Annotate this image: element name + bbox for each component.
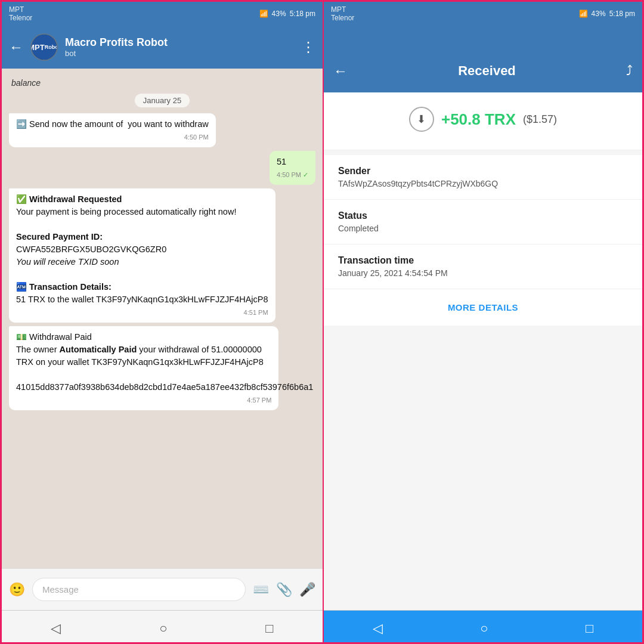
received-section: ⬇ +50.8 TRX ($1.57) <box>324 92 642 150</box>
message-time: 4:57 PM <box>16 396 271 405</box>
balance-text: balance <box>9 76 315 88</box>
chat-area: balance January 25 ➡️ Send now the amoun… <box>2 69 323 568</box>
status-value: Completed <box>338 224 628 233</box>
download-icon: ⬇ <box>409 107 434 132</box>
signal-icon: 📶 <box>259 10 268 18</box>
message-bubble: 51 4:50 PM <box>270 151 315 185</box>
keyboard-icon[interactable]: ⌨️ <box>253 582 269 597</box>
transaction-time-row: Transaction time January 25, 2021 4:54:5… <box>324 244 642 289</box>
chat-header: ← MPTRobot Macro Profits Robot bot ⋮ <box>2 26 323 69</box>
bot-sub: bot <box>65 49 294 58</box>
bot-avatar: MPTRobot <box>30 33 58 61</box>
transaction-time-value: January 25, 2021 4:54:54 PM <box>338 268 628 278</box>
more-options-button[interactable]: ⋮ <box>301 39 315 55</box>
left-carrier: MPT Telenor <box>9 5 32 22</box>
share-button[interactable]: ⤴ <box>626 63 633 79</box>
date-badge: January 25 <box>135 94 190 107</box>
message-row: 51 4:50 PM <box>9 151 315 185</box>
more-details-button[interactable]: MORE DETAILS <box>324 289 642 326</box>
right-panel: MPT Telenor 📶 43% 5:18 pm ← Received ⤴ ⬇… <box>324 2 642 644</box>
nav-recent-button[interactable]: □ <box>586 621 593 636</box>
right-carrier: MPT Telenor <box>331 5 354 22</box>
message-row: 💵 Withdrawal Paid The owner Automaticall… <box>9 326 315 410</box>
right-spacer <box>324 326 642 610</box>
right-header: ← Received ⤴ <box>324 26 642 92</box>
left-nav-bar: ◁ ○ □ <box>2 610 323 644</box>
left-status-right: 📶 43% 5:18 pm <box>259 10 315 18</box>
sender-row: Sender TAfsWpZAsos9tqzyPbts4tCPRzyjWXb6G… <box>324 155 642 200</box>
bot-name: Macro Profits Robot <box>65 36 294 49</box>
right-back-button[interactable]: ← <box>333 63 348 79</box>
sender-value: TAfsWpZAsos9tqzyPbts4tCPRzyjWXb6GQ <box>338 179 628 188</box>
message-text: 51 <box>277 157 286 166</box>
nav-recent-button[interactable]: □ <box>265 621 273 636</box>
input-bar: 🙂 Message ⌨️ 📎 🎤 <box>2 568 323 610</box>
received-amount-row: ⬇ +50.8 TRX ($1.57) <box>409 107 557 132</box>
message-text: ✅ Withdrawal Requested Your payment is b… <box>16 193 268 306</box>
chat-info: Macro Profits Robot bot <box>65 36 294 58</box>
received-amount: +50.8 TRX <box>441 110 516 129</box>
signal-icon: 📶 <box>579 10 588 18</box>
left-panel: MPT Telenor 📶 43% 5:18 pm ← MPTRobot Mac… <box>2 2 324 644</box>
mic-button[interactable]: 🎤 <box>299 582 315 597</box>
battery-level: 43% <box>592 10 606 18</box>
nav-home-button[interactable]: ○ <box>159 621 167 636</box>
message-placeholder: Message <box>42 584 79 595</box>
message-bubble: ✅ Withdrawal Requested Your payment is b… <box>9 188 275 323</box>
attach-button[interactable]: 📎 <box>276 582 292 597</box>
message-time: 4:51 PM <box>16 308 268 318</box>
right-nav-bar: ◁ ○ □ <box>324 610 642 644</box>
message-bubble: 💵 Withdrawal Paid The owner Automaticall… <box>9 326 278 410</box>
right-status-bar: MPT Telenor 📶 43% 5:18 pm <box>324 2 642 26</box>
battery-icon: 43% <box>272 10 286 18</box>
nav-back-button[interactable]: ◁ <box>373 621 383 636</box>
message-text: 💵 Withdrawal Paid The owner Automaticall… <box>16 331 271 394</box>
nav-back-button[interactable]: ◁ <box>51 621 61 636</box>
emoji-button[interactable]: 🙂 <box>9 582 25 597</box>
message-text: ➡️ Send now the amount of you want to wi… <box>16 119 209 129</box>
time-display: 5:18 pm <box>609 10 635 18</box>
transaction-time-label: Transaction time <box>338 255 628 266</box>
message-time: 4:50 PM <box>277 171 308 180</box>
sender-label: Sender <box>338 166 628 177</box>
nav-home-button[interactable]: ○ <box>480 621 488 636</box>
right-status-right: 📶 43% 5:18 pm <box>579 10 635 18</box>
back-button[interactable]: ← <box>9 39 23 55</box>
time-display: 5:18 pm <box>290 10 315 18</box>
details-section: Sender TAfsWpZAsos9tqzyPbts4tCPRzyjWXb6G… <box>324 155 642 326</box>
message-input[interactable]: Message <box>32 578 246 601</box>
message-row: ➡️ Send now the amount of you want to wi… <box>9 113 315 147</box>
received-usd: ($1.57) <box>523 113 557 126</box>
left-status-bar: MPT Telenor 📶 43% 5:18 pm <box>2 2 323 26</box>
message-bubble: ➡️ Send now the amount of you want to wi… <box>9 113 216 147</box>
right-header-title: Received <box>357 63 617 79</box>
status-label: Status <box>338 210 628 221</box>
message-time: 4:50 PM <box>16 133 209 143</box>
status-row: Status Completed <box>324 200 642 244</box>
message-row: ✅ Withdrawal Requested Your payment is b… <box>9 188 315 323</box>
